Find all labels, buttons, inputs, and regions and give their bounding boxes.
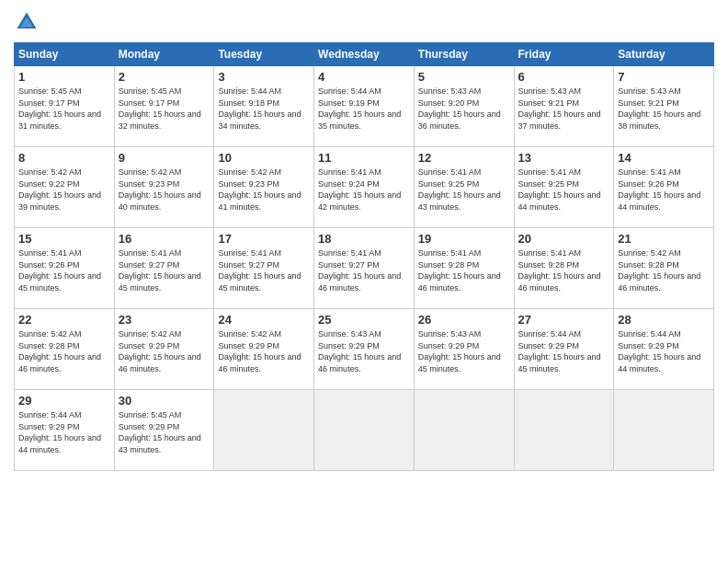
calendar-day xyxy=(514,390,614,471)
day-detail: Sunrise: 5:43 AM Sunset: 9:29 PM Dayligh… xyxy=(418,328,510,374)
calendar-week-row: 8Sunrise: 5:42 AM Sunset: 9:22 PM Daylig… xyxy=(15,147,714,228)
calendar-day: 21Sunrise: 5:42 AM Sunset: 9:28 PM Dayli… xyxy=(614,228,714,309)
day-number: 5 xyxy=(418,70,510,84)
calendar-day: 19Sunrise: 5:41 AM Sunset: 9:28 PM Dayli… xyxy=(414,228,514,309)
day-detail: Sunrise: 5:41 AM Sunset: 9:27 PM Dayligh… xyxy=(119,247,210,293)
day-detail: Sunrise: 5:42 AM Sunset: 9:23 PM Dayligh… xyxy=(218,167,310,213)
day-detail: Sunrise: 5:41 AM Sunset: 9:28 PM Dayligh… xyxy=(518,247,610,293)
day-number: 4 xyxy=(318,70,410,84)
calendar-day: 9Sunrise: 5:42 AM Sunset: 9:23 PM Daylig… xyxy=(114,147,214,228)
day-number: 7 xyxy=(618,70,710,84)
calendar-day: 18Sunrise: 5:41 AM Sunset: 9:27 PM Dayli… xyxy=(314,228,415,309)
calendar-day: 7Sunrise: 5:43 AM Sunset: 9:21 PM Daylig… xyxy=(614,66,714,147)
day-detail: Sunrise: 5:42 AM Sunset: 9:22 PM Dayligh… xyxy=(18,167,110,213)
day-detail: Sunrise: 5:42 AM Sunset: 9:28 PM Dayligh… xyxy=(18,328,110,374)
day-detail: Sunrise: 5:41 AM Sunset: 9:25 PM Dayligh… xyxy=(518,167,610,213)
logo-icon xyxy=(14,9,40,35)
calendar-day: 25Sunrise: 5:43 AM Sunset: 9:29 PM Dayli… xyxy=(314,309,415,390)
calendar-day: 23Sunrise: 5:42 AM Sunset: 9:29 PM Dayli… xyxy=(114,309,214,390)
day-detail: Sunrise: 5:45 AM Sunset: 9:29 PM Dayligh… xyxy=(119,409,210,455)
day-number: 8 xyxy=(18,151,110,165)
calendar-day: 1Sunrise: 5:45 AM Sunset: 9:17 PM Daylig… xyxy=(15,66,115,147)
day-number: 12 xyxy=(418,151,510,165)
calendar-day: 29Sunrise: 5:44 AM Sunset: 9:29 PM Dayli… xyxy=(15,390,115,471)
day-number: 25 xyxy=(318,313,410,327)
calendar: SundayMondayTuesdayWednesdayThursdayFrid… xyxy=(14,42,714,471)
calendar-week-row: 29Sunrise: 5:44 AM Sunset: 9:29 PM Dayli… xyxy=(15,390,714,471)
day-detail: Sunrise: 5:43 AM Sunset: 9:20 PM Dayligh… xyxy=(418,86,510,132)
calendar-day: 30Sunrise: 5:45 AM Sunset: 9:29 PM Dayli… xyxy=(114,390,214,471)
calendar-day: 6Sunrise: 5:43 AM Sunset: 9:21 PM Daylig… xyxy=(514,66,614,147)
calendar-day: 22Sunrise: 5:42 AM Sunset: 9:28 PM Dayli… xyxy=(15,309,115,390)
day-detail: Sunrise: 5:42 AM Sunset: 9:28 PM Dayligh… xyxy=(618,247,710,293)
day-detail: Sunrise: 5:45 AM Sunset: 9:17 PM Dayligh… xyxy=(119,86,210,132)
day-number: 11 xyxy=(318,151,410,165)
day-number: 17 xyxy=(218,232,310,246)
calendar-week-row: 22Sunrise: 5:42 AM Sunset: 9:28 PM Dayli… xyxy=(15,309,714,390)
calendar-day: 10Sunrise: 5:42 AM Sunset: 9:23 PM Dayli… xyxy=(214,147,314,228)
calendar-day: 26Sunrise: 5:43 AM Sunset: 9:29 PM Dayli… xyxy=(414,309,514,390)
day-detail: Sunrise: 5:41 AM Sunset: 9:27 PM Dayligh… xyxy=(218,247,310,293)
day-number: 23 xyxy=(119,313,210,327)
day-detail: Sunrise: 5:42 AM Sunset: 9:23 PM Dayligh… xyxy=(119,167,210,213)
page: SundayMondayTuesdayWednesdayThursdayFrid… xyxy=(0,0,728,563)
day-number: 21 xyxy=(618,232,710,246)
calendar-day xyxy=(614,390,714,471)
weekday-friday: Friday xyxy=(514,43,614,66)
day-detail: Sunrise: 5:44 AM Sunset: 9:18 PM Dayligh… xyxy=(218,86,310,132)
day-number: 1 xyxy=(18,70,110,84)
calendar-week-row: 1Sunrise: 5:45 AM Sunset: 9:17 PM Daylig… xyxy=(15,66,714,147)
weekday-wednesday: Wednesday xyxy=(314,43,415,66)
weekday-monday: Monday xyxy=(114,43,214,66)
day-number: 27 xyxy=(518,313,610,327)
weekday-thursday: Thursday xyxy=(414,43,514,66)
day-detail: Sunrise: 5:42 AM Sunset: 9:29 PM Dayligh… xyxy=(218,328,310,374)
day-number: 9 xyxy=(119,151,210,165)
day-detail: Sunrise: 5:41 AM Sunset: 9:24 PM Dayligh… xyxy=(318,167,410,213)
day-number: 18 xyxy=(318,232,410,246)
calendar-day: 24Sunrise: 5:42 AM Sunset: 9:29 PM Dayli… xyxy=(214,309,314,390)
calendar-body: 1Sunrise: 5:45 AM Sunset: 9:17 PM Daylig… xyxy=(15,66,714,471)
calendar-day: 12Sunrise: 5:41 AM Sunset: 9:25 PM Dayli… xyxy=(414,147,514,228)
calendar-day xyxy=(314,390,415,471)
day-detail: Sunrise: 5:44 AM Sunset: 9:29 PM Dayligh… xyxy=(18,409,110,455)
calendar-day: 15Sunrise: 5:41 AM Sunset: 9:26 PM Dayli… xyxy=(15,228,115,309)
day-number: 29 xyxy=(18,394,110,408)
calendar-day: 17Sunrise: 5:41 AM Sunset: 9:27 PM Dayli… xyxy=(214,228,314,309)
day-detail: Sunrise: 5:43 AM Sunset: 9:21 PM Dayligh… xyxy=(518,86,610,132)
day-number: 19 xyxy=(418,232,510,246)
day-detail: Sunrise: 5:44 AM Sunset: 9:29 PM Dayligh… xyxy=(618,328,710,374)
calendar-day xyxy=(214,390,314,471)
day-number: 24 xyxy=(218,313,310,327)
day-detail: Sunrise: 5:41 AM Sunset: 9:28 PM Dayligh… xyxy=(418,247,510,293)
day-detail: Sunrise: 5:44 AM Sunset: 9:29 PM Dayligh… xyxy=(518,328,610,374)
calendar-day: 3Sunrise: 5:44 AM Sunset: 9:18 PM Daylig… xyxy=(214,66,314,147)
calendar-day: 27Sunrise: 5:44 AM Sunset: 9:29 PM Dayli… xyxy=(514,309,614,390)
calendar-day: 16Sunrise: 5:41 AM Sunset: 9:27 PM Dayli… xyxy=(114,228,214,309)
header xyxy=(14,9,714,35)
day-detail: Sunrise: 5:41 AM Sunset: 9:26 PM Dayligh… xyxy=(18,247,110,293)
calendar-day: 14Sunrise: 5:41 AM Sunset: 9:26 PM Dayli… xyxy=(614,147,714,228)
weekday-tuesday: Tuesday xyxy=(214,43,314,66)
day-number: 14 xyxy=(618,151,710,165)
day-detail: Sunrise: 5:41 AM Sunset: 9:25 PM Dayligh… xyxy=(418,167,510,213)
day-detail: Sunrise: 5:42 AM Sunset: 9:29 PM Dayligh… xyxy=(119,328,210,374)
weekday-saturday: Saturday xyxy=(614,43,714,66)
weekday-sunday: Sunday xyxy=(15,43,115,66)
day-detail: Sunrise: 5:43 AM Sunset: 9:29 PM Dayligh… xyxy=(318,328,410,374)
day-detail: Sunrise: 5:43 AM Sunset: 9:21 PM Dayligh… xyxy=(618,86,710,132)
calendar-day: 5Sunrise: 5:43 AM Sunset: 9:20 PM Daylig… xyxy=(414,66,514,147)
day-detail: Sunrise: 5:44 AM Sunset: 9:19 PM Dayligh… xyxy=(318,86,410,132)
day-number: 2 xyxy=(119,70,210,84)
calendar-day xyxy=(414,390,514,471)
calendar-day: 28Sunrise: 5:44 AM Sunset: 9:29 PM Dayli… xyxy=(614,309,714,390)
day-number: 20 xyxy=(518,232,610,246)
calendar-week-row: 15Sunrise: 5:41 AM Sunset: 9:26 PM Dayli… xyxy=(15,228,714,309)
calendar-day: 20Sunrise: 5:41 AM Sunset: 9:28 PM Dayli… xyxy=(514,228,614,309)
day-number: 13 xyxy=(518,151,610,165)
day-detail: Sunrise: 5:41 AM Sunset: 9:26 PM Dayligh… xyxy=(618,167,710,213)
calendar-day: 2Sunrise: 5:45 AM Sunset: 9:17 PM Daylig… xyxy=(114,66,214,147)
day-number: 28 xyxy=(618,313,710,327)
day-number: 22 xyxy=(18,313,110,327)
day-number: 30 xyxy=(119,394,210,408)
